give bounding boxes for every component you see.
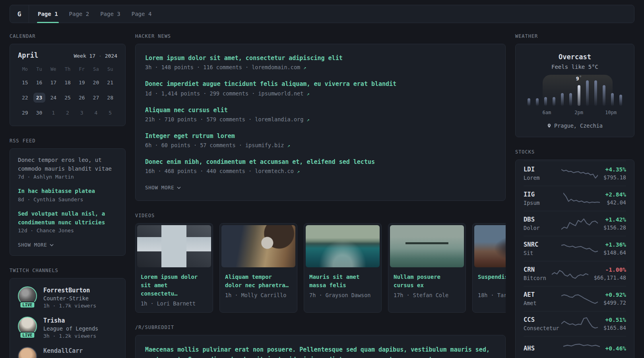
news-item-title[interactable]: Integer eget rutrum lorem [145,132,496,141]
calendar-day: 22 [19,93,31,103]
location-pin-icon [547,123,551,128]
channel-game: League of Legends [43,325,98,332]
rss-section-title: RSS FEED [10,138,126,144]
hacker-news-show-more-button[interactable]: SHOW MORE [145,185,181,191]
video-card[interactable]: Mauris sit amet massa felis 7h · Grayson… [304,223,382,313]
weather-card: Overcast Feels like 5°C 9° 6am2pm10pm Pr… [515,44,634,137]
stock-row[interactable]: SNRC Sit +1.36% $148.64 [524,236,626,261]
stock-row[interactable]: DBS Dolor +1.42% $156.28 [524,211,626,236]
stock-row[interactable]: LDI Lorem +4.35% $795.18 [524,161,626,186]
stock-price: $795.18 [603,174,626,181]
stock-row[interactable]: CRN Bitcorn -1.00% $66,171.48 [524,261,626,286]
stock-change-percent: +4.35% [603,166,626,173]
stock-identity: LDI Lorem [524,166,561,181]
avatar: LIVE [18,317,37,336]
nav-tab[interactable]: Page 2 [64,5,95,23]
stock-values: -1.00% $66,171.48 [594,267,626,281]
hacker-news-card: Lorem ipsum dolor sit amet, consectetur … [135,44,506,201]
video-card[interactable]: Aliquam tempor dolor nec pharetra… 1h · … [219,223,297,313]
stock-row[interactable]: IIG Ipsum +2.84% $42.04 [524,186,626,211]
channel-name: Trisha [43,317,98,324]
calendar-day: 29 [19,108,31,118]
news-item: Donec enim nibh, condimentum et accumsan… [145,158,496,174]
nav-tab[interactable]: Page 3 [95,5,126,23]
stock-name: Dolor [524,225,561,231]
nav-tab[interactable]: Page 4 [126,5,157,23]
channel-info: Trisha League of Legends 3h · 1.2k viewe… [43,317,98,339]
weather-widget: WEATHER Overcast Feels like 5°C 9° 6am2p… [515,33,634,137]
navbar: G Page 1 Page 2 Page 3 Page 4 [10,5,634,23]
channel-info: ForrestBurton Counter-Strike 1h · 1.7k v… [43,286,96,309]
news-item: Donec imperdiet augue tincidunt felis al… [145,80,496,96]
calendar-day: 19 [76,78,88,88]
stock-values: +4.35% $795.18 [603,166,626,181]
stock-price: $66,171.48 [594,274,626,281]
rss-item-title[interactable]: In hac habitasse platea [18,187,117,196]
video-title[interactable]: Mauris sit amet massa felis [304,269,381,290]
calendar-dow-label: Sa [93,66,99,72]
external-link-icon: ↗ [306,91,309,97]
news-item: Lorem ipsum dolor sit amet, consectetur … [145,54,496,70]
video-title[interactable]: Aliquam tempor dolor nec pharetra… [220,269,297,290]
video-title[interactable]: Suspendisse diam [473,269,506,290]
video-meta: 7h · Grayson Dawson [304,290,381,304]
news-item-domain-link[interactable]: loremtech.co [255,168,294,174]
stock-identity: IIG Ipsum [524,191,563,206]
video-card[interactable]: Lorem ipsum dolor sit amet consectetu… 1… [135,223,213,313]
video-thumbnail[interactable] [137,225,211,267]
twitch-channel-row[interactable]: LIVE Trisha League of Legends 3h · 1.2k … [18,317,117,339]
rss-show-more-button[interactable]: SHOW MORE [18,242,54,248]
stock-row[interactable]: AHS +0.46% [524,336,626,358]
video-card[interactable]: Nullam posuere cursus ex 17h · Stefan Co… [388,223,466,313]
nav-tabs: Page 1 Page 2 Page 3 Page 4 [29,5,157,23]
subreddit-section-title: /R/SUBREDDIT [135,325,506,330]
channel-name: ForrestBurton [43,287,96,294]
stock-symbol: IIG [524,191,563,198]
calendar-week-year: Week 17 · 2024 [74,53,117,59]
hacker-news-section-title: HACKER NEWS [135,33,506,39]
news-item-domain-link[interactable]: loremlandia.org [255,116,303,123]
live-badge: LIVE [19,332,35,339]
stock-row[interactable]: AET Amet +0.92% $499.72 [524,286,626,311]
video-thumbnail[interactable] [390,225,464,267]
rss-item-title[interactable]: Sed volutpat nulla nisl, a condimentum n… [18,210,117,227]
stock-row[interactable]: CCS Consectetur +0.51% $165.84 [524,311,626,336]
stocks-card: LDI Lorem +4.35% $795.18 [515,160,634,358]
video-thumbnail[interactable] [474,225,506,267]
calendar-day: 24 [47,93,59,103]
external-link-icon: ↗ [303,65,306,70]
stock-price: $148.64 [603,249,626,256]
hacker-news-widget: HACKER NEWS Lorem ipsum dolor sit amet, … [135,33,506,201]
video-title[interactable]: Nullam posuere cursus ex [388,269,466,290]
reddit-post-title[interactable]: Maecenas mollis pulvinar erat non posuer… [145,345,496,358]
news-item-domain-link[interactable]: ipsumify.biz [245,142,284,148]
twitch-channel-row[interactable]: KendallCarr [18,347,117,358]
app-logo[interactable]: G [10,5,29,23]
twitch-channel-row[interactable]: LIVE ForrestBurton Counter-Strike 1h · 1… [18,286,117,309]
stock-sparkline [561,166,598,181]
video-thumbnail[interactable] [306,225,380,267]
news-item-domain-link[interactable]: ipsumworld.net [258,90,303,97]
news-item-title[interactable]: Lorem ipsum dolor sit amet, consectetur … [145,54,496,63]
news-item-title[interactable]: Aliquam nec cursus elit [145,106,496,115]
calendar-card: April Week 17 · 2024 MoTuWeThFrSaSu 1516… [10,44,126,126]
news-item-title[interactable]: Donec enim nibh, condimentum et accumsan… [145,158,496,167]
rss-item-title[interactable]: Donec tempor eros leo, ut commodo mauris… [18,156,117,173]
weather-hourly-chart: 9° [527,80,623,106]
video-card[interactable]: Suspendisse diam 18h · Tara [472,223,506,313]
rss-item-meta: 7d · Ashlyn Martin [18,174,117,180]
news-item-title[interactable]: Donec imperdiet augue tincidunt felis al… [145,80,496,89]
calendar-dow-label: Th [65,66,70,72]
news-item-domain-link[interactable]: loremdomain.com [252,64,300,70]
news-item-meta: 6h · 60 points · 57 comments · ipsumify.… [145,142,496,148]
avatar: LIVE [18,286,37,305]
video-thumbnail[interactable] [221,225,295,267]
video-title[interactable]: Lorem ipsum dolor sit amet consectetu… [136,269,213,298]
stock-symbol: AHS [524,345,563,352]
channel-meta: 3h · 1.2k viewers [43,333,98,339]
calendar-day: 21 [104,78,116,88]
nav-tab[interactable]: Page 1 [32,5,64,23]
stocks-section-title: STOCKS [515,149,634,155]
chevron-down-icon [50,244,54,246]
external-link-icon: ↗ [297,169,300,174]
